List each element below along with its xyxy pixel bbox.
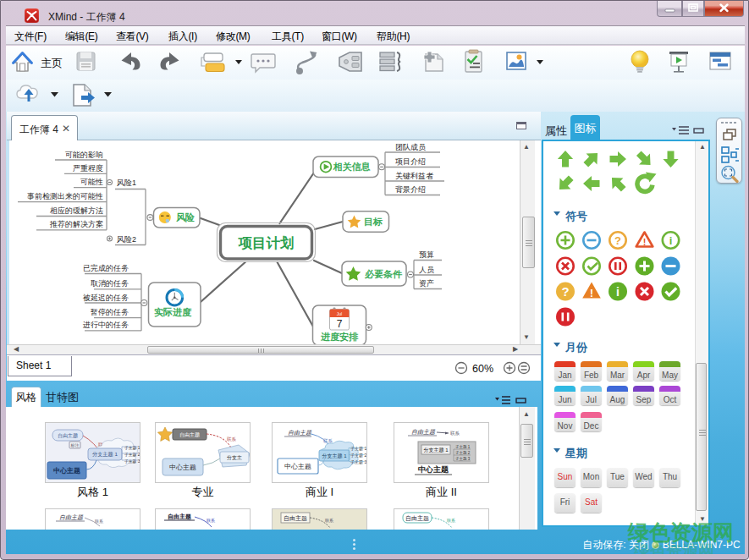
svg-text:联系: 联系 [95,519,103,524]
svg-text:子主题 2: 子主题 2 [350,453,366,458]
svg-text:风险2: 风险2 [117,235,136,244]
svg-text:预算: 预算 [419,250,434,259]
svg-text:中心主题: 中心主题 [284,463,311,470]
svg-text:可能的影响: 可能的影响 [65,151,103,159]
svg-text:可能性: 可能性 [80,178,103,186]
svg-text:自由主题: 自由主题 [288,430,312,436]
svg-text:资产: 资产 [419,279,434,288]
svg-text:子主题 1: 子主题 1 [350,446,366,452]
svg-text:中心主题: 中心主题 [169,464,196,471]
svg-text:!: ! [590,288,593,299]
svg-text:自由主题: 自由主题 [284,514,307,522]
svg-text:团队成员: 团队成员 [395,143,426,151]
svg-text:自由主题: 自由主题 [179,431,200,438]
svg-text:i: i [616,285,620,299]
svg-text:子主题 1: 子主题 1 [124,445,140,451]
svg-text:严重程度: 严重程度 [73,164,103,173]
svg-text:暂停的任务: 暂停的任务 [91,308,129,316]
svg-text:分支主题 1: 分支主题 1 [322,453,347,459]
svg-text:联系: 联系 [325,518,333,523]
svg-text:联系: 联系 [207,518,215,523]
svg-text:?: ? [614,234,621,247]
svg-text:人员: 人员 [419,266,434,274]
svg-text:主页: 主页 [41,57,63,69]
svg-text:相应的缓解方法: 相应的缓解方法 [50,206,103,215]
svg-text:实际进度: 实际进度 [154,307,192,317]
svg-text:联系: 联系 [450,431,460,436]
svg-text:子主题 3: 子主题 3 [455,457,471,461]
svg-text:标注: 标注 [70,442,80,448]
svg-text:自由主题: 自由主题 [58,432,78,439]
svg-text:自由主题: 自由主题 [411,429,436,435]
svg-text:已完成的任务: 已完成的任务 [83,264,129,272]
svg-text:进度安排: 进度安排 [320,332,359,342]
svg-text:分支主: 分支主 [227,454,242,461]
svg-text:自由主题: 自由主题 [405,514,429,522]
svg-text:必要条件: 必要条件 [364,269,403,279]
svg-text:联系: 联系 [323,438,333,443]
svg-text:关键利益者: 关键利益者 [395,172,434,180]
svg-text:中心主题: 中心主题 [53,466,80,475]
svg-text:风险: 风险 [175,212,195,222]
svg-text:60%: 60% [472,363,493,375]
svg-text:子主题 1: 子主题 1 [455,445,471,449]
svg-text:自由主题: 自由主题 [168,513,191,520]
svg-text:i: i [669,234,673,247]
svg-text:子主题 3: 子主题 3 [350,459,366,465]
svg-text:Jul: Jul [337,311,342,316]
svg-text:相关信息: 相关信息 [333,162,372,172]
svg-text:项目计划: 项目计划 [238,235,295,250]
svg-text:进行中的任务: 进行中的任务 [83,321,129,329]
svg-text:子主题 2: 子主题 2 [124,452,140,458]
svg-text:联系: 联系 [447,518,455,523]
svg-text:目标: 目标 [364,217,383,227]
svg-text:风险1: 风险1 [117,178,136,187]
svg-text:!: ! [643,237,647,247]
svg-text:取消的任务: 取消的任务 [91,279,129,288]
svg-text:被延迟的任务: 被延迟的任务 [82,294,129,302]
svg-text:自由主题: 自由主题 [59,514,84,520]
svg-text:中心主题: 中心主题 [418,465,449,474]
svg-text:?: ? [561,284,569,299]
svg-text:子主题 2: 子主题 2 [455,451,471,455]
svg-text:分支主题 1: 分支主题 1 [92,451,118,458]
svg-text:分支主题 1: 分支主题 1 [423,447,449,453]
svg-text:联系: 联系 [227,436,237,442]
svg-text:子主题 3: 子主题 3 [124,458,140,464]
svg-text:事前检测出来的可能性: 事前检测出来的可能性 [27,192,103,200]
svg-text:背景介绍: 背景介绍 [395,185,426,194]
svg-text:7: 7 [337,318,343,330]
svg-text:推荐的解决方案: 推荐的解决方案 [49,220,103,228]
svg-text:项目介绍: 项目介绍 [395,157,426,166]
